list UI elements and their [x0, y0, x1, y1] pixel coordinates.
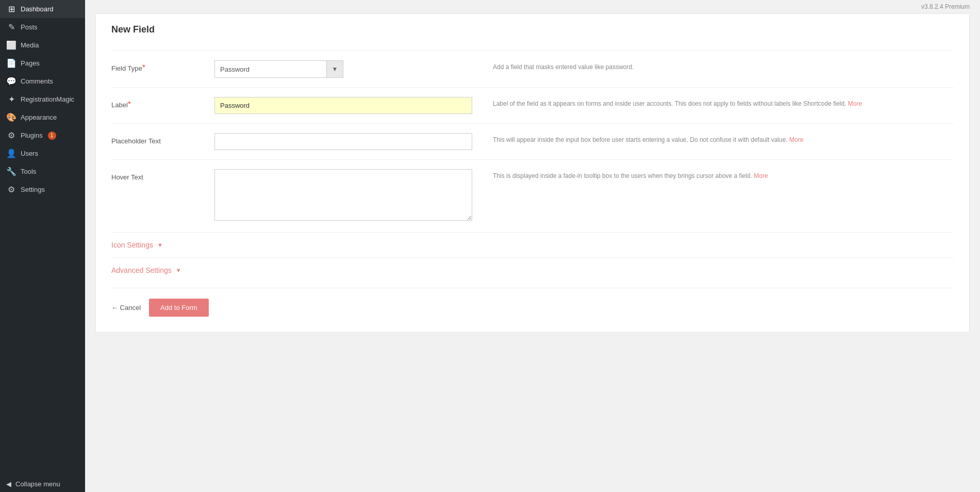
form-footer: ← Cancel Add to Form [111, 288, 954, 317]
placeholder-row: Placeholder Text This will appear inside… [111, 123, 954, 159]
hover-row: Hover Text This is displayed inside a fa… [111, 159, 954, 232]
sidebar-item-settings[interactable]: ⚙ Settings [0, 181, 85, 199]
users-icon: 👤 [6, 149, 16, 158]
version-text: v3.8.2.4 Premium [921, 3, 970, 10]
sidebar-item-users[interactable]: 👤 Users [0, 144, 85, 162]
hover-help: This is displayed inside a fade-in toolt… [472, 169, 954, 181]
sidebar-item-label: Dashboard [21, 5, 54, 13]
sidebar-item-label: Comments [21, 77, 53, 85]
label-more-link[interactable]: More [848, 100, 862, 107]
tools-icon: 🔧 [6, 167, 16, 176]
sidebar-item-registrationmagic[interactable]: ✦ RegistrationMagic [0, 90, 85, 108]
sidebar-item-posts[interactable]: ✎ Posts [0, 18, 85, 36]
sidebar-item-appearance[interactable]: 🎨 Appearance [0, 108, 85, 126]
label-input[interactable] [214, 97, 472, 114]
dashboard-icon: ⊞ [6, 4, 16, 14]
plugins-badge: 1 [48, 132, 56, 140]
sidebar-item-label: Plugins [21, 132, 43, 139]
field-type-input-col: ▼ [214, 60, 472, 78]
field-type-required: * [142, 63, 145, 72]
sidebar: ⊞ Dashboard ✎ Posts ⬜ Media 📄 Pages 💬 Co… [0, 0, 85, 492]
label-label: Label [111, 101, 128, 109]
sidebar-item-label: Tools [21, 168, 36, 175]
advanced-settings-arrow: ▼ [176, 267, 181, 273]
settings-icon: ⚙ [6, 185, 16, 194]
placeholder-label: Placeholder Text [111, 137, 161, 145]
rm-icon: ✦ [6, 94, 16, 104]
field-type-label-col: Field Type* [111, 60, 214, 73]
sidebar-item-pages[interactable]: 📄 Pages [0, 54, 85, 72]
sidebar-item-dashboard[interactable]: ⊞ Dashboard [0, 0, 85, 18]
label-help: Label of the field as it appears on form… [472, 97, 954, 108]
sidebar-item-comments[interactable]: 💬 Comments [0, 72, 85, 90]
label-label-col: Label* [111, 97, 214, 109]
label-input-col [214, 97, 472, 114]
placeholder-label-col: Placeholder Text [111, 133, 214, 145]
placeholder-more-link[interactable]: More [789, 136, 803, 143]
hover-textarea[interactable] [214, 169, 472, 221]
field-type-select[interactable]: ▼ [214, 60, 343, 78]
sidebar-item-label: Settings [21, 186, 45, 193]
field-type-input[interactable] [215, 62, 326, 76]
label-required: * [128, 100, 131, 109]
media-icon: ⬜ [6, 40, 16, 50]
sidebar-item-tools[interactable]: 🔧 Tools [0, 162, 85, 181]
page-title: New Field [111, 24, 954, 40]
icon-settings-header[interactable]: Icon Settings ▼ [111, 241, 954, 249]
sidebar-item-label: Appearance [21, 113, 57, 121]
collapse-icon: ◀ [6, 480, 11, 488]
sidebar-item-label: Posts [21, 23, 38, 31]
field-type-label: Field Type [111, 64, 142, 72]
placeholder-help: This will appear inside the input box be… [472, 133, 954, 144]
pages-icon: 📄 [6, 58, 16, 68]
hover-more-link[interactable]: More [754, 172, 768, 179]
version-bar: v3.8.2.4 Premium [85, 0, 980, 13]
comments-icon: 💬 [6, 76, 16, 86]
sidebar-item-label: Media [21, 41, 39, 49]
field-type-dropdown-arrow[interactable]: ▼ [326, 61, 343, 77]
main-content: v3.8.2.4 Premium New Field Field Type* ▼… [85, 0, 980, 492]
posts-icon: ✎ [6, 22, 16, 32]
field-type-row: Field Type* ▼ Add a field that masks ent… [111, 51, 954, 87]
label-row: Label* Label of the field as it appears … [111, 87, 954, 123]
sidebar-item-plugins[interactable]: ⚙ Plugins 1 [0, 126, 85, 144]
hover-input-col [214, 169, 472, 223]
advanced-settings-section: Advanced Settings ▼ [111, 257, 954, 283]
collapse-label: Collapse menu [15, 480, 60, 488]
form-container: New Field Field Type* ▼ Add a field that… [95, 13, 970, 333]
sidebar-item-label: RegistrationMagic [21, 95, 74, 103]
sidebar-item-media[interactable]: ⬜ Media [0, 36, 85, 54]
hover-label: Hover Text [111, 173, 143, 181]
advanced-settings-header[interactable]: Advanced Settings ▼ [111, 266, 954, 274]
field-type-help: Add a field that masks entered value lik… [472, 60, 954, 72]
sidebar-item-label: Users [21, 150, 38, 157]
collapse-menu[interactable]: ◀ Collapse menu [0, 476, 85, 492]
cancel-link[interactable]: ← Cancel [111, 304, 141, 311]
icon-settings-label: Icon Settings [111, 241, 153, 249]
advanced-settings-label: Advanced Settings [111, 266, 172, 274]
sidebar-item-label: Pages [21, 59, 40, 67]
hover-label-col: Hover Text [111, 169, 214, 182]
appearance-icon: 🎨 [6, 112, 16, 122]
placeholder-input-col [214, 133, 472, 150]
icon-settings-section: Icon Settings ▼ [111, 232, 954, 257]
plugins-icon: ⚙ [6, 130, 16, 140]
icon-settings-arrow: ▼ [157, 242, 163, 248]
placeholder-input[interactable] [214, 133, 472, 150]
add-to-form-button[interactable]: Add to Form [149, 299, 209, 317]
